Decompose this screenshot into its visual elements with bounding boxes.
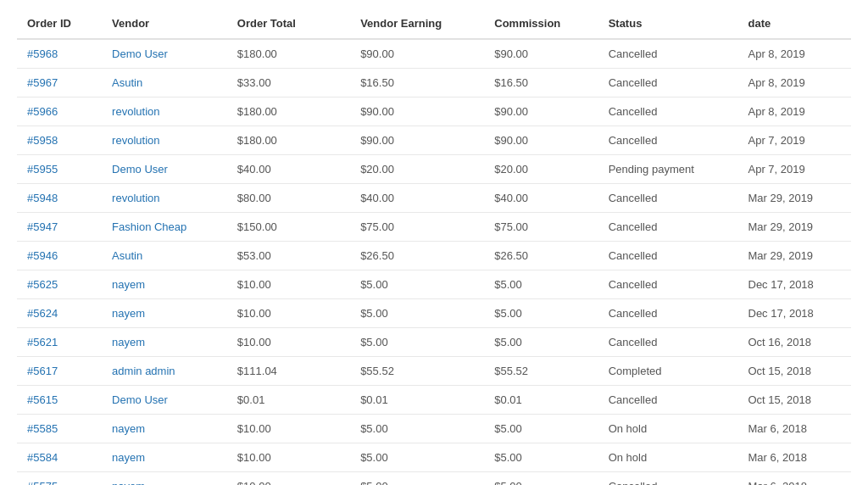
cell-date: Apr 7, 2019 bbox=[738, 155, 852, 184]
cell-commission: $75.00 bbox=[484, 213, 598, 242]
order-id-link[interactable]: #5947 bbox=[27, 220, 58, 233]
order-id-link[interactable]: #5585 bbox=[27, 422, 58, 435]
cell-status: Cancelled bbox=[598, 270, 738, 299]
order-id-link[interactable]: #5955 bbox=[27, 163, 58, 176]
cell-status: Cancelled bbox=[598, 184, 738, 213]
table-row: #5967Asutin$33.00$16.50$16.50CancelledAp… bbox=[17, 69, 851, 98]
cell-vendor: revolution bbox=[102, 98, 227, 126]
cell-commission: $5.00 bbox=[484, 299, 598, 328]
cell-date: Dec 17, 2018 bbox=[738, 299, 852, 328]
cell-vendor: nayem bbox=[102, 299, 227, 328]
vendor-link[interactable]: Asutin bbox=[112, 249, 142, 262]
cell-status: Cancelled bbox=[598, 39, 738, 69]
order-id-link[interactable]: #5948 bbox=[27, 192, 58, 204]
order-id-link[interactable]: #5624 bbox=[27, 307, 58, 320]
cell-status: Cancelled bbox=[598, 386, 738, 415]
cell-commission: $90.00 bbox=[484, 39, 598, 69]
order-id-link[interactable]: #5625 bbox=[27, 278, 58, 291]
cell-order-id: #5585 bbox=[17, 415, 102, 443]
cell-date: Apr 8, 2019 bbox=[738, 98, 852, 126]
cell-order-id: #5617 bbox=[17, 357, 102, 386]
orders-table: Order ID Vendor Order Total Vendor Earni… bbox=[17, 8, 851, 485]
col-header-order-id: Order ID bbox=[17, 8, 102, 39]
cell-date: Mar 29, 2019 bbox=[738, 213, 852, 242]
table-row: #5958revolution$180.00$90.00$90.00Cancel… bbox=[17, 126, 851, 155]
cell-order-total: $180.00 bbox=[227, 39, 350, 69]
cell-status: Cancelled bbox=[598, 213, 738, 242]
table-row: #5617admin admin$111.04$55.52$55.52Compl… bbox=[17, 357, 851, 386]
table-row: #5575nayem$10.00$5.00$5.00CancelledMar 6… bbox=[17, 472, 851, 486]
cell-order-id: #5958 bbox=[17, 126, 102, 155]
cell-commission: $5.00 bbox=[484, 472, 598, 486]
vendor-link[interactable]: nayem bbox=[112, 480, 145, 485]
cell-vendor: revolution bbox=[102, 184, 227, 213]
cell-vendor: Demo User bbox=[102, 39, 227, 69]
vendor-link[interactable]: revolution bbox=[112, 134, 159, 147]
vendor-link[interactable]: Fashion Cheap bbox=[112, 220, 186, 233]
vendor-link[interactable]: admin admin bbox=[112, 365, 175, 377]
cell-date: Mar 6, 2018 bbox=[738, 443, 852, 472]
order-id-link[interactable]: #5967 bbox=[27, 76, 58, 89]
col-header-order-total: Order Total bbox=[227, 8, 350, 39]
table-row: #5966revolution$180.00$90.00$90.00Cancel… bbox=[17, 98, 851, 126]
vendor-link[interactable]: Asutin bbox=[112, 76, 142, 89]
cell-date: Mar 6, 2018 bbox=[738, 472, 852, 486]
col-header-commission: Commission bbox=[484, 8, 598, 39]
vendor-link[interactable]: Demo User bbox=[112, 393, 168, 406]
order-id-link[interactable]: #5615 bbox=[27, 393, 58, 406]
vendor-link[interactable]: revolution bbox=[112, 192, 159, 204]
cell-status: Cancelled bbox=[598, 126, 738, 155]
cell-order-total: $33.00 bbox=[227, 69, 350, 98]
table-row: #5946Asutin$53.00$26.50$26.50CancelledMa… bbox=[17, 242, 851, 270]
col-header-date: date bbox=[738, 8, 852, 39]
cell-vendor-earning: $5.00 bbox=[350, 299, 484, 328]
cell-order-id: #5615 bbox=[17, 386, 102, 415]
order-id-link[interactable]: #5966 bbox=[27, 105, 58, 118]
cell-date: Dec 17, 2018 bbox=[738, 270, 852, 299]
table-row: #5625nayem$10.00$5.00$5.00CancelledDec 1… bbox=[17, 270, 851, 299]
cell-commission: $55.52 bbox=[484, 357, 598, 386]
vendor-link[interactable]: Demo User bbox=[112, 47, 168, 60]
cell-vendor: nayem bbox=[102, 472, 227, 486]
order-id-link[interactable]: #5946 bbox=[27, 249, 58, 262]
cell-status: On hold bbox=[598, 415, 738, 443]
cell-order-total: $10.00 bbox=[227, 443, 350, 472]
cell-vendor: admin admin bbox=[102, 357, 227, 386]
cell-status: Completed bbox=[598, 357, 738, 386]
cell-order-id: #5625 bbox=[17, 270, 102, 299]
order-id-link[interactable]: #5968 bbox=[27, 47, 58, 60]
cell-order-total: $10.00 bbox=[227, 472, 350, 486]
cell-vendor-earning: $5.00 bbox=[350, 472, 484, 486]
order-id-link[interactable]: #5621 bbox=[27, 336, 58, 348]
cell-order-id: #5947 bbox=[17, 213, 102, 242]
vendor-link[interactable]: revolution bbox=[112, 105, 159, 118]
cell-order-total: $111.04 bbox=[227, 357, 350, 386]
table-row: #5948revolution$80.00$40.00$40.00Cancell… bbox=[17, 184, 851, 213]
vendor-link[interactable]: Demo User bbox=[112, 163, 168, 176]
cell-vendor: nayem bbox=[102, 443, 227, 472]
order-id-link[interactable]: #5617 bbox=[27, 365, 58, 377]
cell-order-total: $10.00 bbox=[227, 328, 350, 357]
order-id-link[interactable]: #5584 bbox=[27, 451, 58, 464]
cell-status: Cancelled bbox=[598, 328, 738, 357]
cell-order-total: $80.00 bbox=[227, 184, 350, 213]
cell-order-total: $0.01 bbox=[227, 386, 350, 415]
vendor-link[interactable]: nayem bbox=[112, 307, 145, 320]
cell-vendor: Asutin bbox=[102, 242, 227, 270]
vendor-link[interactable]: nayem bbox=[112, 451, 145, 464]
vendor-link[interactable]: nayem bbox=[112, 278, 145, 291]
vendor-link[interactable]: nayem bbox=[112, 422, 145, 435]
table-row: #5955Demo User$40.00$20.00$20.00Pending … bbox=[17, 155, 851, 184]
order-id-link[interactable]: #5575 bbox=[27, 480, 58, 485]
cell-commission: $5.00 bbox=[484, 443, 598, 472]
cell-date: Oct 15, 2018 bbox=[738, 357, 852, 386]
vendor-link[interactable]: nayem bbox=[112, 336, 145, 348]
cell-vendor-earning: $40.00 bbox=[350, 184, 484, 213]
cell-commission: $90.00 bbox=[484, 126, 598, 155]
cell-vendor: nayem bbox=[102, 328, 227, 357]
cell-date: Mar 29, 2019 bbox=[738, 184, 852, 213]
cell-vendor: Asutin bbox=[102, 69, 227, 98]
col-header-status: Status bbox=[598, 8, 738, 39]
cell-vendor-earning: $55.52 bbox=[350, 357, 484, 386]
order-id-link[interactable]: #5958 bbox=[27, 134, 58, 147]
